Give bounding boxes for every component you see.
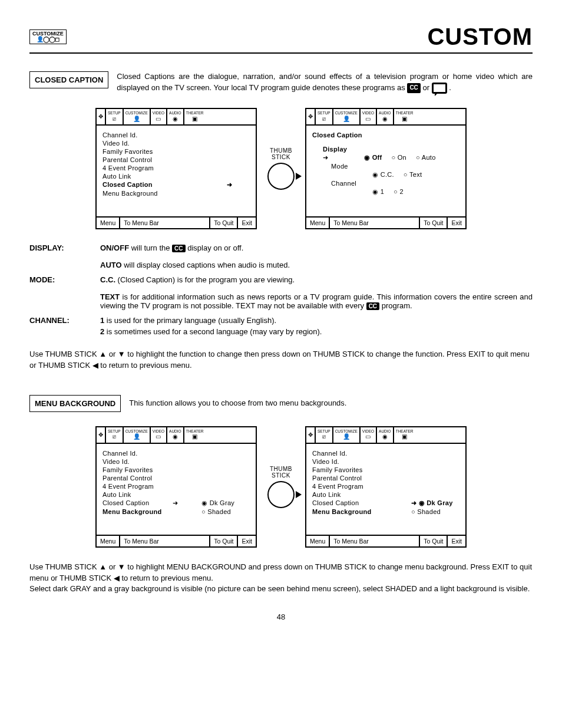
thumb-stick-icon: [267, 481, 295, 508]
footer-to-quit: To Quit: [209, 218, 238, 228]
cc-detail-title: Closed Caption: [312, 131, 459, 139]
menu-item-closed-caption: Closed Caption ➜ ◉ Dk Gray: [312, 499, 459, 507]
cc-badge-icon: CC: [407, 83, 420, 93]
cc-intro-a: Closed Captions are the dialogue, narrat…: [117, 72, 533, 92]
arrow-right-icon: ➜: [227, 181, 232, 189]
menu-item-video-id: Video Id.: [103, 140, 250, 147]
osd-tab-cursor: ✥: [97, 109, 106, 124]
cc-mode-text: ○ Text: [404, 171, 422, 178]
menu-item-menu-background: Menu Background: [103, 190, 250, 197]
cc-channel-2: ○ 2: [394, 188, 404, 195]
cc-channel-options: ◉ 1 ○ 2: [312, 188, 459, 196]
arrow-right-icon: ➜: [173, 499, 178, 507]
footer-exit: Exit: [238, 218, 256, 228]
thumb-stick-indicator: THUMB STICK: [267, 466, 295, 508]
cc-badge-icon: CC: [172, 245, 185, 252]
footer-menu: Menu: [97, 218, 120, 228]
cc-intro-b: or: [422, 83, 431, 92]
osd-tabs: ✥ SETUP⎚ CUSTOMIZE👤 VIDEO▭ AUDIO◉ THEATE…: [306, 109, 465, 126]
cc-display-off: ◉ Off: [364, 154, 382, 162]
menu-item-closed-caption: Closed Caption ➜: [103, 181, 250, 189]
cc-usage-note: Use THUMB STICK ▲ or ▼ to highlight the …: [29, 349, 533, 371]
cc-intro-c: .: [449, 83, 451, 92]
caption-bubble-icon: [432, 83, 447, 94]
osd-footer: Menu To Menu Bar To Quit Exit: [306, 216, 465, 228]
opt-shaded: ○ Shaded: [411, 508, 459, 515]
osd-tab-audio: AUDIO◉: [167, 109, 184, 124]
closed-caption-label: CLOSED CAPTION: [29, 71, 108, 88]
opt-dk-gray-selected: ➜ ◉ Dk Gray: [411, 499, 459, 507]
cc-badge-icon: CC: [366, 302, 379, 310]
osd-customize-mb-left: ✥ SETUP⎚ CUSTOMIZE👤 VIDEO▭ AUDIO◉ THEATE…: [95, 426, 257, 548]
osd-tab-theater: THEATER▣: [184, 109, 206, 124]
osd-tab-setup: SETUP⎚: [106, 109, 124, 124]
osd-customize-cc: ✥ SETUP⎚ CUSTOMIZE👤 VIDEO▭ AUDIO◉ THEATE…: [95, 108, 257, 229]
menu-background-intro: This function allows you to choose from …: [129, 398, 533, 409]
osd-body: Channel Id. Video Id. Family Favorites P…: [97, 126, 256, 216]
page-title: CUSTOM: [427, 24, 533, 50]
menu-item-closed-caption: Closed Caption ➜ ◉ Dk Gray: [103, 499, 250, 507]
mb-screens-row: ✥ SETUP⎚ CUSTOMIZE👤 VIDEO▭ AUDIO◉ THEATE…: [29, 426, 533, 548]
closed-caption-intro: Closed Captions are the dialogue, narrat…: [117, 71, 533, 94]
osd-tab-video: VIDEO▭: [151, 109, 167, 124]
cc-channel-1: ◉ 1: [372, 188, 384, 196]
osd-cc-detail: ✥ SETUP⎚ CUSTOMIZE👤 VIDEO▭ AUDIO◉ THEATE…: [305, 108, 467, 229]
menu-background-label: MENU BACKGROUND: [29, 395, 121, 412]
menu-item-menu-background: Menu Background ○ Shaded: [103, 508, 250, 515]
thumb-stick-icon: [267, 163, 295, 190]
cc-mode-options: ◉ C.C. ○ Text: [312, 171, 459, 179]
customize-tag-icon: CUSTOMIZE 👤◯◯◻: [29, 29, 67, 44]
cc-display-on: ○ On: [391, 154, 406, 161]
opt-shaded: ○ Shaded: [201, 508, 250, 515]
cc-mode-label: Mode: [312, 163, 459, 170]
pointer-icon: ➜: [323, 154, 355, 162]
menu-item-parental-control: Parental Control: [103, 156, 250, 163]
page-header: CUSTOMIZE 👤◯◯◻ CUSTOM: [29, 24, 533, 54]
menu-background-heading-row: MENU BACKGROUND This function allows you…: [29, 395, 533, 412]
opt-dk-gray: ◉ Dk Gray: [201, 499, 250, 507]
osd-tabs: ✥ SETUP⎚ CUSTOMIZE👤 VIDEO▭ AUDIO◉ THEATE…: [97, 109, 256, 126]
closed-caption-heading-row: CLOSED CAPTION Closed Captions are the d…: [29, 71, 533, 94]
cc-display-label: Display: [312, 146, 459, 153]
menu-item-channel-id: Channel Id.: [103, 131, 250, 139]
cc-display-options: ➜ ◉ Off ○ On ○ Auto: [312, 154, 459, 162]
mb-usage-note: Use THUMB STICK ▲ or ▼ to highlight MENU…: [29, 562, 533, 595]
def-mode: MODE: C.C. (Closed Caption) is for the p…: [29, 275, 533, 312]
customize-tag-glyphs: 👤◯◯◻: [32, 37, 64, 42]
def-channel: CHANNEL: 1 is used for the primary langu…: [29, 316, 533, 338]
osd-tab-customize: CUSTOMIZE👤: [124, 109, 151, 124]
menu-item-menu-background: Menu Background ○ Shaded: [312, 508, 459, 515]
cc-screens-row: ✥ SETUP⎚ CUSTOMIZE👤 VIDEO▭ AUDIO◉ THEATE…: [29, 108, 533, 229]
thumb-stick-indicator: THUMB STICK: [267, 147, 295, 190]
cc-display-auto: ○ Auto: [416, 154, 436, 161]
footer-to-menu-bar: To Menu Bar: [120, 218, 209, 228]
menu-item-auto-link: Auto Link: [103, 173, 250, 180]
def-display: DISPLAY: ON/OFF will turn the CC display…: [29, 243, 533, 272]
osd-customize-mb-right: ✥ SETUP⎚ CUSTOMIZE👤 VIDEO▭ AUDIO◉ THEATE…: [305, 426, 467, 548]
cc-channel-label: Channel: [312, 180, 459, 187]
osd-body: Closed Caption Display ➜ ◉ Off ○ On ○ Au…: [306, 126, 465, 216]
menu-item-4-event-program: 4 Event Program: [103, 164, 250, 172]
osd-footer: Menu To Menu Bar To Quit Exit: [97, 216, 256, 228]
page-number: 48: [29, 612, 533, 621]
cc-mode-cc: ◉ C.C.: [372, 171, 394, 179]
menu-item-family-favorites: Family Favorites: [103, 148, 250, 155]
